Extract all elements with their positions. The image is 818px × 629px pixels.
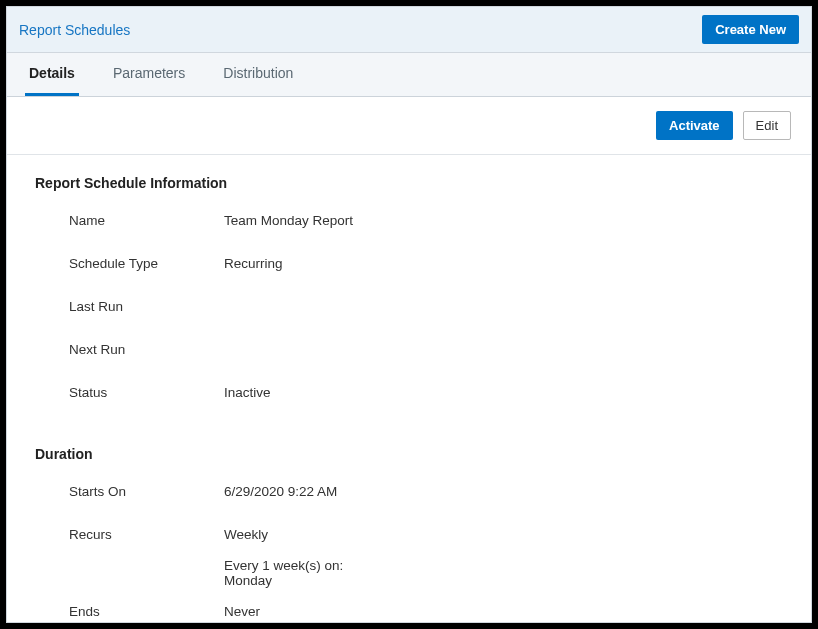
field-label-name: Name (69, 213, 224, 228)
field-value-recurs-detail: Every 1 week(s) on: Monday (224, 558, 343, 588)
field-starts-on: Starts On 6/29/2020 9:22 AM (35, 484, 783, 499)
page-title[interactable]: Report Schedules (19, 22, 130, 38)
action-row: Activate Edit (7, 97, 811, 155)
content-area: Report Schedule Information Name Team Mo… (7, 155, 811, 622)
field-value-schedule-type: Recurring (224, 256, 283, 271)
recurs-detail-line1: Every 1 week(s) on: (224, 558, 343, 573)
field-label-recurs-blank (69, 558, 224, 588)
edit-button[interactable]: Edit (743, 111, 791, 140)
tab-details[interactable]: Details (25, 53, 79, 96)
field-value-name: Team Monday Report (224, 213, 353, 228)
field-recurs-detail: Every 1 week(s) on: Monday (35, 558, 783, 588)
field-label-status: Status (69, 385, 224, 400)
field-next-run: Next Run (35, 342, 783, 357)
field-label-ends: Ends (69, 604, 224, 619)
tab-distribution[interactable]: Distribution (219, 53, 297, 96)
field-value-starts-on: 6/29/2020 9:22 AM (224, 484, 337, 499)
field-ends: Ends Never (35, 604, 783, 619)
field-value-recurs: Weekly (224, 527, 268, 542)
field-label-next-run: Next Run (69, 342, 224, 357)
app-frame: Report Schedules Create New Details Para… (6, 6, 812, 623)
tab-parameters[interactable]: Parameters (109, 53, 189, 96)
field-schedule-type: Schedule Type Recurring (35, 256, 783, 271)
field-label-recurs: Recurs (69, 527, 224, 542)
field-value-ends: Never (224, 604, 260, 619)
field-label-last-run: Last Run (69, 299, 224, 314)
section-title-duration: Duration (35, 446, 783, 462)
recurs-detail-line2: Monday (224, 573, 343, 588)
activate-button[interactable]: Activate (656, 111, 733, 140)
field-recurs: Recurs Weekly (35, 527, 783, 542)
header-bar: Report Schedules Create New (7, 7, 811, 53)
section-title-info: Report Schedule Information (35, 175, 783, 191)
field-last-run: Last Run (35, 299, 783, 314)
field-label-starts-on: Starts On (69, 484, 224, 499)
field-value-status: Inactive (224, 385, 271, 400)
field-name: Name Team Monday Report (35, 213, 783, 228)
create-new-button[interactable]: Create New (702, 15, 799, 44)
field-status: Status Inactive (35, 385, 783, 400)
field-label-schedule-type: Schedule Type (69, 256, 224, 271)
tab-bar: Details Parameters Distribution (7, 53, 811, 97)
